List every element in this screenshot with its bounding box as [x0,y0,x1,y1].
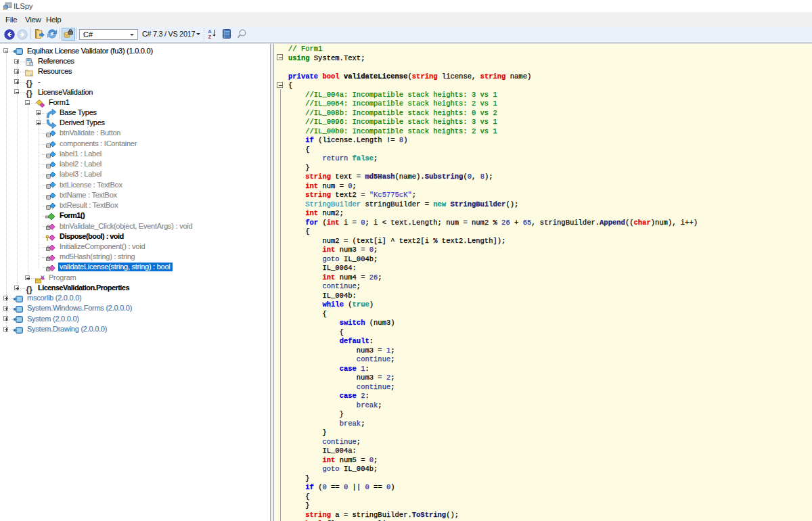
svg-text:{}: {} [26,88,32,98]
svg-text:{}: {} [26,284,32,294]
svg-text:{}: {} [26,78,32,88]
svg-text:Z: Z [208,34,212,40]
